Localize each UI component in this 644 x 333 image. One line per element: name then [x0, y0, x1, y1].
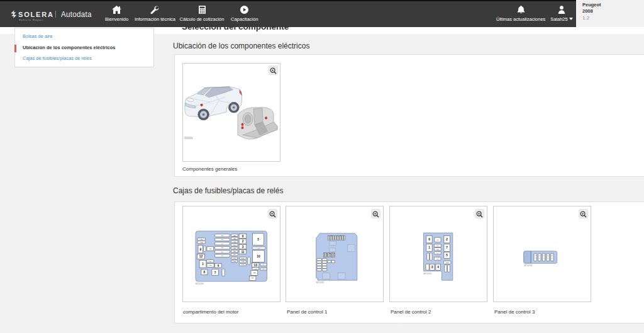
svg-text:F22: F22: [233, 238, 236, 239]
svg-text:6: 6: [428, 238, 430, 241]
svg-text:2: 2: [242, 240, 244, 243]
svg-text:F24: F24: [233, 244, 236, 246]
svg-text:4: 4: [217, 264, 219, 268]
svg-text:7: 7: [446, 246, 448, 249]
svg-text:F15: F15: [233, 261, 236, 262]
svg-text:MT10781: MT10781: [316, 281, 325, 284]
svg-text:F19: F19: [200, 239, 203, 240]
svg-text:2: 2: [446, 238, 448, 241]
svg-text:F14: F14: [233, 257, 236, 259]
svg-text:7: 7: [214, 271, 216, 274]
svg-text:F21: F21: [233, 235, 236, 236]
svg-text:3: 3: [431, 266, 433, 269]
svg-text:F23: F23: [233, 241, 236, 242]
svg-text:12: 12: [199, 255, 203, 258]
svg-text:8: 8: [204, 271, 206, 274]
svg-text:6: 6: [242, 235, 244, 238]
svg-text:F18: F18: [200, 242, 203, 243]
svg-text:1: 1: [202, 262, 204, 266]
svg-text:F25: F25: [233, 247, 236, 249]
svg-text:11: 11: [241, 251, 244, 254]
svg-text:10: 10: [257, 255, 260, 258]
svg-text:13: 13: [254, 264, 258, 267]
svg-text:5: 5: [446, 254, 448, 257]
svg-text:F26: F26: [233, 251, 236, 252]
svg-text:MT10782: MT10782: [424, 273, 432, 275]
svg-text:F10: F10: [254, 268, 257, 269]
svg-text:MT10780: MT10780: [196, 283, 204, 285]
svg-text:4: 4: [437, 266, 439, 269]
svg-text:1: 1: [428, 246, 430, 249]
svg-text:3: 3: [242, 246, 244, 249]
svg-text:MT10783: MT10783: [525, 264, 533, 267]
svg-text:5: 5: [257, 238, 259, 241]
svg-text:9: 9: [199, 248, 201, 251]
svg-text:F27: F27: [233, 254, 236, 255]
